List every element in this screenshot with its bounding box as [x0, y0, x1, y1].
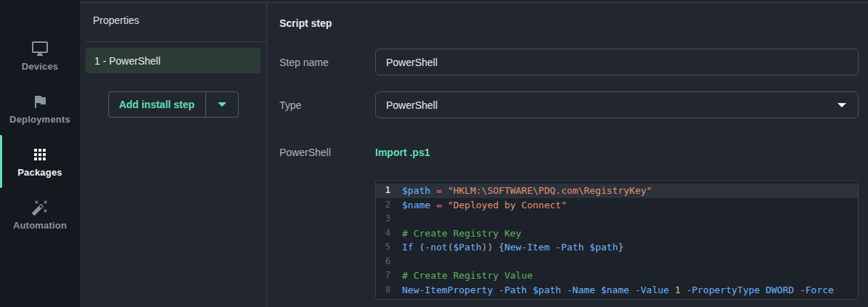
chevron-down-icon — [218, 102, 226, 107]
line-number: 7 — [376, 269, 402, 283]
editor-spacer — [279, 180, 375, 300]
install-step-label: 1 - PowerShell — [94, 55, 160, 67]
step-name-row: Step name — [279, 49, 859, 75]
code-line[interactable]: 8New-ItemProperty -Path $path -Name $nam… — [376, 283, 858, 298]
code-line[interactable]: 6 — [376, 255, 858, 269]
add-install-step-button[interactable]: Add install step — [108, 91, 239, 118]
line-number: 1 — [376, 184, 402, 198]
line-number: 8 — [376, 283, 402, 298]
page-title: Script step — [279, 17, 859, 29]
step-name-label: Step name — [279, 57, 375, 68]
line-number: 4 — [376, 226, 402, 241]
code-text: If (-not($Path)) {New-Item -Path $path} — [402, 240, 858, 255]
code-text: $path = "HKLM:\SOFTWARE\PDQ.com\Registry… — [402, 184, 858, 198]
code-line[interactable]: 1$path = "HKLM:\SOFTWARE\PDQ.com\Registr… — [376, 184, 858, 198]
type-row: Type PowerShell — [279, 91, 859, 118]
sidebar-item-label: Automation — [13, 220, 67, 231]
type-label: Type — [279, 99, 375, 111]
properties-divider — [86, 41, 266, 42]
add-step-dropdown-toggle[interactable] — [206, 92, 238, 117]
line-number: 6 — [376, 255, 402, 269]
code-editor-lines: 1$path = "HKLM:\SOFTWARE\PDQ.com\Registr… — [376, 184, 858, 297]
add-install-step-label[interactable]: Add install step — [109, 92, 205, 117]
code-line[interactable]: 5If (-not($Path)) {New-Item -Path $path} — [376, 240, 858, 255]
import-ps1-link[interactable]: Import .ps1 — [375, 147, 430, 158]
line-number: 3 — [376, 212, 402, 226]
sidebar-item-label: Packages — [17, 167, 62, 178]
code-text: # Create Registry Value — [402, 269, 858, 283]
code-text — [402, 212, 858, 226]
properties-title: Properties — [93, 15, 253, 26]
code-line[interactable]: 7# Create Registry Value — [376, 269, 858, 283]
script-step-form: Script step Step name Type PowerShell Po… — [267, 3, 868, 307]
code-text: # Create Registry Key — [402, 226, 858, 241]
type-select-value: PowerShell — [386, 99, 438, 111]
packages-icon — [31, 146, 49, 163]
sidebar-item-label: Deployments — [9, 114, 70, 125]
devices-icon — [31, 40, 49, 57]
code-line[interactable]: 2$name = "Deployed by Connect" — [376, 198, 858, 213]
content-area: Properties 1 - PowerShell Add install st… — [80, 2, 868, 307]
sidebar-item-automation[interactable]: Automation — [0, 188, 80, 241]
code-text: New-ItemProperty -Path $path -Name $name… — [402, 283, 858, 298]
type-select[interactable]: PowerShell — [375, 91, 859, 118]
automation-icon — [31, 199, 49, 216]
sidebar-item-label: Devices — [22, 61, 59, 72]
powershell-label: PowerShell — [279, 147, 375, 158]
select-caret-icon — [838, 103, 846, 107]
code-text: $name = "Deployed by Connect" — [402, 198, 858, 213]
code-text — [402, 255, 858, 269]
line-number: 2 — [376, 198, 402, 213]
properties-panel: Properties 1 - PowerShell Add install st… — [80, 3, 267, 307]
step-name-input[interactable] — [375, 49, 859, 75]
sidebar: DevicesDeploymentsPackagesAutomation — [0, 0, 80, 307]
sidebar-item-deployments[interactable]: Deployments — [0, 82, 80, 135]
install-step-item[interactable]: 1 - PowerShell — [86, 48, 261, 73]
code-line[interactable]: 4# Create Registry Key — [376, 226, 858, 241]
deployments-icon — [31, 93, 49, 110]
editor-row: 1$path = "HKLM:\SOFTWARE\PDQ.com\Registr… — [279, 180, 859, 300]
sidebar-item-devices[interactable]: Devices — [0, 29, 80, 82]
code-editor[interactable]: 1$path = "HKLM:\SOFTWARE\PDQ.com\Registr… — [375, 180, 859, 300]
line-number: 5 — [376, 240, 402, 255]
sidebar-item-packages[interactable]: Packages — [0, 135, 80, 188]
powershell-row: PowerShell Import .ps1 — [279, 147, 859, 158]
code-line[interactable]: 3 — [376, 212, 858, 226]
